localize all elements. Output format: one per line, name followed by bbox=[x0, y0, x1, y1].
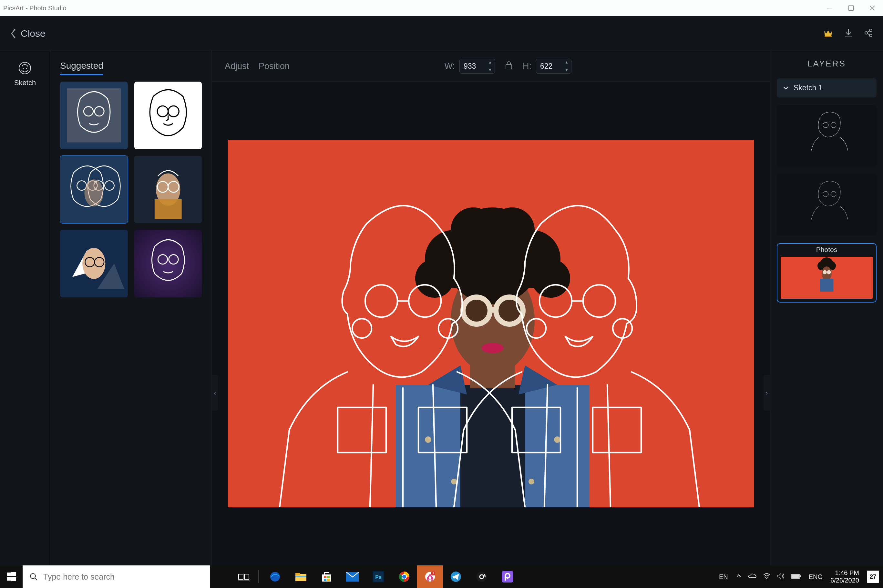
taskbar-app-ms-store[interactable] bbox=[314, 566, 340, 588]
taskbar-time: 1:46 PM bbox=[830, 569, 859, 577]
taskbar-search-input[interactable] bbox=[43, 572, 203, 582]
svg-rect-108 bbox=[324, 576, 326, 578]
svg-marker-131 bbox=[778, 573, 781, 579]
chevron-left-icon bbox=[10, 28, 17, 39]
width-stepper[interactable]: ▲▼ bbox=[487, 60, 493, 72]
download-icon[interactable] bbox=[844, 28, 853, 39]
svg-point-36 bbox=[82, 248, 105, 279]
height-stepper[interactable]: ▲▼ bbox=[564, 60, 570, 72]
tray-onedrive-icon[interactable] bbox=[748, 573, 757, 580]
option-adjust[interactable]: Adjust bbox=[225, 61, 249, 71]
window-close-button[interactable] bbox=[868, 5, 877, 11]
svg-point-64 bbox=[482, 343, 504, 353]
layer-thumb-1[interactable] bbox=[777, 105, 877, 166]
layers-panel: LAYERS Sketch 1 bbox=[770, 51, 883, 566]
svg-point-56 bbox=[489, 207, 535, 252]
suggested-panel: Suggested bbox=[50, 51, 212, 566]
svg-point-68 bbox=[528, 478, 534, 484]
width-field: W: ▲▼ bbox=[444, 59, 495, 74]
suggested-preset-6[interactable] bbox=[134, 230, 202, 297]
app-topbar: Close bbox=[0, 16, 883, 51]
suggested-preset-5[interactable] bbox=[60, 230, 128, 297]
tray-volume-icon[interactable] bbox=[777, 573, 785, 581]
svg-rect-1 bbox=[849, 6, 853, 10]
svg-text:Ps: Ps bbox=[375, 574, 382, 580]
language-indicator-input[interactable]: EN bbox=[719, 573, 728, 580]
svg-point-65 bbox=[425, 436, 431, 443]
layer-sketch-header[interactable]: Sketch 1 bbox=[777, 78, 877, 98]
svg-point-102 bbox=[270, 572, 280, 582]
svg-rect-134 bbox=[792, 575, 799, 578]
svg-line-9 bbox=[867, 33, 870, 35]
window-title: PicsArt - Photo Studio bbox=[3, 4, 66, 12]
tool-sketch-label: Sketch bbox=[14, 79, 36, 87]
tray-chevron-up-icon[interactable] bbox=[736, 573, 742, 580]
layer-photos[interactable]: Photos bbox=[777, 243, 877, 303]
taskbar-datetime[interactable]: 1:46 PM 6/26/2020 bbox=[830, 569, 859, 584]
width-label: W: bbox=[444, 61, 455, 71]
svg-point-11 bbox=[23, 68, 24, 69]
svg-rect-90 bbox=[820, 279, 833, 292]
taskbar-pinned-apps: Ps 7 bbox=[262, 566, 520, 588]
window-minimize-button[interactable] bbox=[826, 5, 834, 11]
taskbar-app-mail[interactable] bbox=[340, 566, 366, 588]
share-icon[interactable] bbox=[863, 28, 873, 39]
svg-rect-111 bbox=[327, 579, 329, 581]
suggested-preset-3[interactable] bbox=[60, 156, 128, 224]
svg-point-27 bbox=[84, 179, 103, 206]
svg-point-12 bbox=[26, 68, 27, 69]
canvas[interactable] bbox=[228, 140, 754, 507]
taskbar-search[interactable] bbox=[23, 566, 210, 588]
taskbar-app-snip[interactable]: 7 bbox=[417, 566, 443, 588]
app-body: Sketch Suggested bbox=[0, 51, 883, 566]
start-button[interactable] bbox=[0, 572, 23, 582]
tray-wifi-icon[interactable] bbox=[763, 573, 771, 581]
close-button[interactable]: Close bbox=[10, 28, 45, 39]
taskbar-app-photoshop[interactable]: Ps bbox=[366, 566, 391, 588]
layer-thumb-2[interactable] bbox=[777, 174, 877, 236]
task-view-button[interactable] bbox=[232, 572, 255, 581]
tray-icons bbox=[736, 573, 801, 581]
tools-sidebar: Sketch bbox=[0, 51, 50, 566]
lock-aspect-icon[interactable] bbox=[505, 60, 513, 72]
expand-left-handle[interactable]: ‹ bbox=[212, 375, 218, 411]
tool-sketch[interactable]: Sketch bbox=[14, 61, 36, 87]
picsart-app: Close Sketch bbox=[0, 16, 883, 566]
svg-text:7: 7 bbox=[432, 572, 434, 575]
svg-rect-4 bbox=[824, 36, 832, 37]
taskbar-system-tray: EN ENG 1:46 PM 6/26/2020 27 bbox=[715, 569, 883, 584]
svg-rect-110 bbox=[324, 579, 326, 581]
svg-rect-93 bbox=[7, 573, 11, 576]
svg-rect-30 bbox=[154, 199, 182, 219]
svg-point-66 bbox=[554, 436, 561, 443]
suggested-preset-1[interactable] bbox=[60, 82, 128, 149]
expand-right-handle[interactable]: › bbox=[764, 375, 770, 411]
taskbar-app-chrome[interactable] bbox=[391, 566, 417, 588]
option-position[interactable]: Position bbox=[259, 61, 290, 71]
svg-rect-104 bbox=[295, 573, 300, 575]
crown-icon[interactable] bbox=[823, 28, 833, 39]
taskbar-date: 6/26/2020 bbox=[830, 577, 859, 584]
svg-point-91 bbox=[823, 270, 827, 274]
taskbar-app-editor[interactable] bbox=[469, 566, 495, 588]
taskbar-app-picsart[interactable] bbox=[495, 566, 520, 588]
layer-photos-thumb bbox=[781, 257, 872, 298]
taskbar-app-file-explorer[interactable] bbox=[288, 566, 314, 588]
language-indicator-kbd[interactable]: ENG bbox=[809, 573, 823, 580]
face-sketch-icon bbox=[17, 61, 32, 75]
suggested-preset-2[interactable] bbox=[134, 82, 202, 149]
svg-rect-14 bbox=[67, 88, 121, 142]
suggested-preset-4[interactable] bbox=[134, 156, 202, 224]
layer-sketch-label: Sketch 1 bbox=[794, 84, 823, 92]
svg-rect-47 bbox=[460, 385, 525, 507]
action-center-button[interactable]: 27 bbox=[867, 571, 879, 583]
window-controls bbox=[826, 5, 880, 11]
taskbar-app-edge[interactable] bbox=[262, 566, 288, 588]
tab-suggested[interactable]: Suggested bbox=[60, 61, 103, 75]
tray-battery-icon[interactable] bbox=[791, 573, 801, 580]
svg-point-67 bbox=[451, 478, 457, 484]
window-maximize-button[interactable] bbox=[847, 5, 855, 11]
suggested-grid bbox=[60, 82, 202, 297]
height-label: H: bbox=[523, 61, 531, 71]
taskbar-app-telegram[interactable] bbox=[443, 566, 469, 588]
